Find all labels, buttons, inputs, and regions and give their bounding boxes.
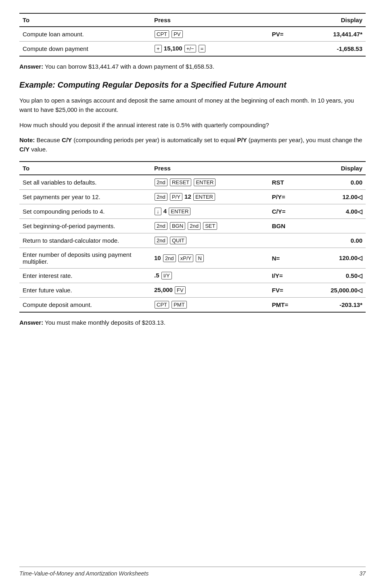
table2-header-press: Press xyxy=(151,162,269,175)
answer-2: Answer: You must make monthly deposits o… xyxy=(19,319,366,326)
table-1: To Press Display Compute loan amount. CP… xyxy=(19,13,366,57)
key-2nd-5: 2nd xyxy=(155,237,167,244)
answer1-label: Answer: xyxy=(19,63,43,70)
table-row: Return to standard-calculator mode. 2nd … xyxy=(19,233,366,248)
table-row: Enter interest rate. .5 I/Y I/Y= 0.50◁ xyxy=(19,269,366,283)
t2-row3-display: 4.00◁ xyxy=(296,204,366,219)
footer-left: Time-Value-of-Money and Amortization Wor… xyxy=(19,570,149,577)
t2-row6-label: N= xyxy=(269,248,297,269)
table1-header-press: Press xyxy=(151,13,269,27)
key-py: P/Y xyxy=(170,193,182,201)
t2-row1-press: 2nd RESET ENTER xyxy=(151,175,269,190)
key-bgn: BGN xyxy=(170,222,185,230)
t2-row7-display: 0.50◁ xyxy=(296,269,366,283)
table1-row1-press: CPT PV xyxy=(151,27,269,42)
value-25000: 25,000 xyxy=(154,286,173,293)
t2-row7-label: I/Y= xyxy=(269,269,297,283)
t2-row7-to: Enter interest rate. xyxy=(19,269,151,283)
key-enter-3: ENTER xyxy=(169,208,190,215)
t2-row8-to: Enter future value. xyxy=(19,283,151,298)
table-row: Compute deposit amount. CPT PMT PMT= -20… xyxy=(19,298,366,313)
table-row: Set payments per year to 12. 2nd P/Y 12 … xyxy=(19,190,366,204)
t2-row1-label: RST xyxy=(269,175,297,190)
key-enter-2: ENTER xyxy=(193,193,215,201)
t2-row9-to: Compute deposit amount. xyxy=(19,298,151,313)
table-row: Compute down payment + 15,100 +/− = -1,6… xyxy=(19,42,366,57)
key-iy: I/Y xyxy=(161,272,172,279)
t2-row9-press: CPT PMT xyxy=(151,298,269,313)
t2-row1-display: 0.00 xyxy=(296,175,366,190)
table1-row2-display: -1,658.53 xyxy=(296,42,366,57)
t2-row2-display: 12.00◁ xyxy=(296,190,366,204)
t2-row5-to: Return to standard-calculator mode. xyxy=(19,233,151,248)
key-fv: FV xyxy=(175,286,186,294)
table1-row1-label: PV= xyxy=(269,27,297,42)
key-pmt: PMT xyxy=(172,301,186,309)
t2-row6-to: Enter number of deposits using payment m… xyxy=(19,248,151,269)
key-xpy: xP/Y xyxy=(178,254,193,262)
key-plusminus: +/− xyxy=(184,45,196,52)
key-n: N xyxy=(196,254,203,262)
key-equals: = xyxy=(199,45,206,52)
key-quit: QUIT xyxy=(170,237,186,244)
key-cpt-2: CPT xyxy=(155,301,169,309)
table2-header-display: Display xyxy=(296,162,366,175)
table-row: Set beginning-of-period payments. 2nd BG… xyxy=(19,219,366,233)
t2-row8-press: 25,000 FV xyxy=(151,283,269,298)
table-row: Enter future value. 25,000 FV FV= 25,000… xyxy=(19,283,366,298)
note-text-content: Because C/Y (compounding periods per yea… xyxy=(19,136,362,153)
note-paragraph: Note: Because C/Y (compounding periods p… xyxy=(19,135,366,154)
t2-row8-display: 25,000.00◁ xyxy=(296,283,366,298)
value-4: 4 xyxy=(163,208,167,214)
table1-row2-to: Compute down payment xyxy=(19,42,151,57)
key-enter-1: ENTER xyxy=(194,178,216,186)
t2-row1-to: Set all variables to defaults. xyxy=(19,175,151,190)
body-para-2: How much should you deposit if the annua… xyxy=(19,120,366,130)
t2-row6-press: 10 2nd xP/Y N xyxy=(151,248,269,269)
table1-header-label xyxy=(269,13,297,27)
answer1-text: You can borrow $13,441.47 with a down pa… xyxy=(43,63,214,70)
t2-row4-press: 2nd BGN 2nd SET xyxy=(151,219,269,233)
key-cpt: CPT xyxy=(155,30,169,38)
table-row: Compute loan amount. CPT PV PV= 13,441.4… xyxy=(19,27,366,42)
key-set: SET xyxy=(203,222,217,230)
value-dot5: .5 xyxy=(154,272,159,279)
table1-row1-display: 13,441.47* xyxy=(296,27,366,42)
value-15100: 15,100 xyxy=(164,45,182,52)
value-10: 10 xyxy=(154,254,161,261)
t2-row5-press: 2nd QUIT xyxy=(151,233,269,248)
t2-row9-label: PMT= xyxy=(269,298,297,313)
table2-header-label xyxy=(269,162,297,175)
table-row: Set compounding periods to 4. ↓ 4 ENTER … xyxy=(19,204,366,219)
answer2-label: Answer: xyxy=(19,319,43,326)
value-12: 12 xyxy=(184,193,191,200)
table2-header-to: To xyxy=(19,162,151,175)
key-2nd-1: 2nd xyxy=(155,178,167,186)
table1-row2-label xyxy=(269,42,297,57)
key-reset: RESET xyxy=(170,178,191,186)
t2-row3-label: C/Y= xyxy=(269,204,297,219)
table1-row1-to: Compute loan amount. xyxy=(19,27,151,42)
key-2nd-2: 2nd xyxy=(155,193,167,201)
table1-row2-press: + 15,100 +/− = xyxy=(151,42,269,57)
key-2nd-3: 2nd xyxy=(155,222,167,230)
t2-row3-press: ↓ 4 ENTER xyxy=(151,204,269,219)
note-cy-2: C/Y xyxy=(19,146,29,153)
page-footer: Time-Value-of-Money and Amortization Wor… xyxy=(19,567,366,577)
note-cy-1: C/Y xyxy=(62,136,72,143)
answer2-text: You must make monthly deposits of $203.1… xyxy=(43,319,165,326)
t2-row5-display: 0.00 xyxy=(296,233,366,248)
key-down: ↓ xyxy=(155,208,161,215)
table1-header-to: To xyxy=(19,13,151,27)
t2-row2-to: Set payments per year to 12. xyxy=(19,190,151,204)
footer-page-number: 37 xyxy=(359,570,366,577)
t2-row5-label xyxy=(269,233,297,248)
table-row: Set all variables to defaults. 2nd RESET… xyxy=(19,175,366,190)
key-plus: + xyxy=(155,45,162,52)
body-para-1: You plan to open a savings account and d… xyxy=(19,96,366,115)
key-2nd-6: 2nd xyxy=(163,254,176,262)
t2-row4-label: BGN xyxy=(269,219,297,233)
section-title: Example: Computing Regular Deposits for … xyxy=(19,80,366,90)
t2-row4-to: Set beginning-of-period payments. xyxy=(19,219,151,233)
t2-row8-label: FV= xyxy=(269,283,297,298)
